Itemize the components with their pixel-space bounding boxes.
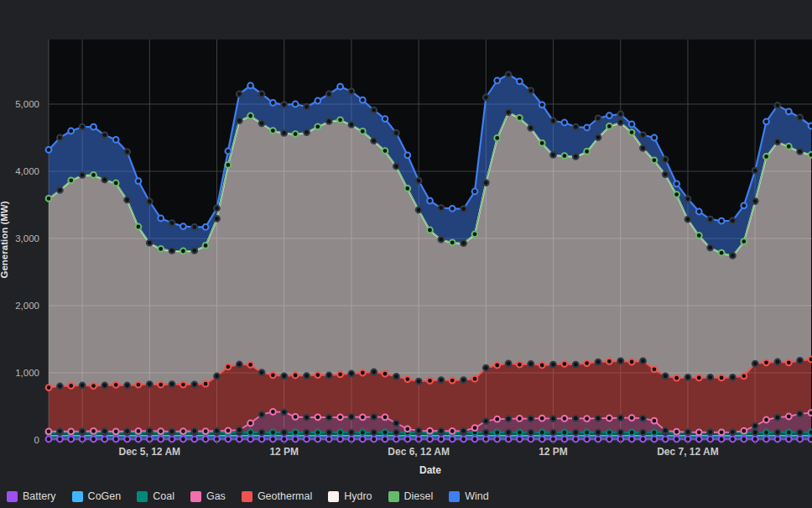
marker-battery[interactable] — [472, 437, 478, 443]
marker-battery[interactable] — [775, 437, 781, 443]
marker-battery[interactable] — [494, 437, 500, 443]
marker-battery[interactable] — [46, 437, 52, 443]
marker-wind[interactable] — [203, 224, 209, 230]
marker-coal[interactable] — [640, 430, 646, 436]
marker-coal[interactable] — [326, 430, 332, 436]
marker-wind[interactable] — [596, 115, 601, 121]
marker-gas[interactable] — [439, 428, 445, 434]
marker-wind[interactable] — [797, 115, 803, 121]
marker-wind[interactable] — [304, 104, 310, 110]
marker-wind[interactable] — [517, 78, 523, 84]
marker-wind[interactable] — [136, 178, 142, 184]
marker-coal[interactable] — [629, 430, 635, 436]
marker-coal[interactable] — [775, 430, 781, 436]
marker-battery[interactable] — [102, 437, 107, 443]
marker-coal[interactable] — [786, 430, 792, 436]
marker-wind[interactable] — [775, 102, 781, 108]
marker-gas[interactable] — [685, 429, 691, 435]
marker-diesel[interactable] — [617, 119, 623, 125]
marker-diesel[interactable] — [281, 130, 287, 136]
marker-diesel[interactable] — [404, 186, 410, 191]
marker-wind[interactable] — [237, 92, 242, 97]
marker-gas[interactable] — [797, 411, 803, 416]
marker-geothermal[interactable] — [270, 372, 276, 378]
marker-geothermal[interactable] — [147, 381, 153, 387]
marker-geothermal[interactable] — [169, 381, 175, 387]
marker-gas[interactable] — [752, 423, 758, 429]
marker-geothermal[interactable] — [136, 382, 142, 388]
marker-diesel[interactable] — [416, 207, 422, 213]
marker-wind[interactable] — [169, 220, 175, 226]
marker-battery[interactable] — [293, 437, 299, 443]
marker-wind[interactable] — [416, 178, 422, 184]
marker-geothermal[interactable] — [191, 381, 197, 387]
marker-geothermal[interactable] — [584, 360, 590, 366]
marker-battery[interactable] — [203, 437, 209, 443]
marker-battery[interactable] — [450, 437, 455, 443]
marker-geothermal[interactable] — [674, 375, 679, 381]
marker-gas[interactable] — [640, 416, 646, 422]
marker-coal[interactable] — [393, 430, 399, 436]
marker-gas[interactable] — [304, 415, 310, 421]
marker-geothermal[interactable] — [304, 373, 310, 379]
marker-gas[interactable] — [596, 416, 601, 422]
marker-diesel[interactable] — [57, 187, 63, 193]
marker-gas[interactable] — [180, 428, 186, 434]
marker-battery[interactable] — [439, 437, 445, 443]
marker-diesel[interactable] — [337, 117, 343, 123]
marker-battery[interactable] — [596, 437, 601, 443]
marker-battery[interactable] — [404, 437, 410, 443]
marker-gas[interactable] — [383, 414, 388, 420]
generation-stacked-area-chart[interactable]: 01,0002,0003,0004,0005,000Dec 5, 12 AM12… — [0, 0, 812, 484]
marker-geothermal[interactable] — [752, 361, 758, 367]
marker-wind[interactable] — [696, 209, 702, 215]
marker-battery[interactable] — [663, 437, 669, 443]
marker-wind[interactable] — [214, 206, 220, 212]
marker-geothermal[interactable] — [416, 379, 422, 385]
marker-diesel[interactable] — [528, 125, 534, 131]
marker-gas[interactable] — [472, 425, 478, 431]
marker-diesel[interactable] — [371, 138, 377, 144]
marker-geothermal[interactable] — [741, 373, 747, 379]
marker-coal[interactable] — [606, 430, 612, 436]
marker-gas[interactable] — [450, 428, 455, 434]
marker-diesel[interactable] — [427, 228, 433, 233]
marker-battery[interactable] — [640, 437, 646, 443]
marker-diesel[interactable] — [719, 250, 725, 256]
marker-wind[interactable] — [674, 181, 679, 186]
marker-battery[interactable] — [573, 437, 579, 443]
marker-geothermal[interactable] — [68, 383, 74, 389]
marker-geothermal[interactable] — [494, 363, 500, 369]
marker-geothermal[interactable] — [696, 375, 702, 381]
marker-gas[interactable] — [281, 409, 287, 415]
marker-geothermal[interactable] — [237, 362, 242, 368]
marker-wind[interactable] — [191, 224, 197, 230]
marker-coal[interactable] — [573, 430, 579, 436]
marker-gas[interactable] — [562, 416, 568, 422]
marker-wind[interactable] — [349, 88, 355, 94]
marker-wind[interactable] — [124, 149, 130, 154]
marker-diesel[interactable] — [596, 134, 601, 140]
marker-gas[interactable] — [158, 428, 164, 434]
marker-gas[interactable] — [707, 429, 713, 435]
marker-diesel[interactable] — [663, 171, 669, 177]
marker-gas[interactable] — [528, 416, 534, 422]
marker-battery[interactable] — [383, 437, 388, 443]
marker-geothermal[interactable] — [180, 382, 186, 388]
marker-battery[interactable] — [337, 437, 343, 443]
marker-battery[interactable] — [136, 437, 142, 443]
marker-gas[interactable] — [584, 416, 590, 422]
marker-diesel[interactable] — [270, 128, 276, 134]
marker-wind[interactable] — [337, 84, 343, 90]
marker-diesel[interactable] — [214, 216, 220, 222]
marker-coal[interactable] — [371, 430, 377, 436]
marker-wind[interactable] — [91, 124, 96, 130]
marker-diesel[interactable] — [304, 129, 310, 135]
marker-diesel[interactable] — [68, 177, 74, 183]
marker-coal[interactable] — [652, 430, 658, 436]
marker-battery[interactable] — [427, 437, 433, 443]
marker-diesel[interactable] — [809, 152, 812, 158]
marker-battery[interactable] — [707, 437, 713, 443]
marker-diesel[interactable] — [237, 118, 242, 123]
marker-diesel[interactable] — [730, 253, 736, 259]
